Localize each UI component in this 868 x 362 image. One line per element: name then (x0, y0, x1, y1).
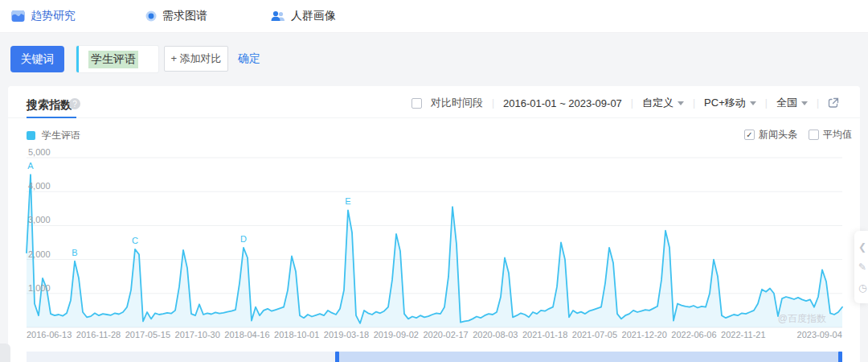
keyword-input[interactable]: 学生评语 (76, 46, 158, 72)
svg-text:2,000: 2,000 (28, 249, 51, 259)
keyword-band: 关键词 学生评语 + 添加对比 确定 (0, 33, 868, 86)
chevron-down-icon (801, 101, 808, 105)
x-axis-label: 2019-03-18 (324, 330, 369, 339)
divider: | (817, 97, 819, 109)
top-navigation: 趋势研究 需求图谱 人群画像 (0, 0, 868, 33)
svg-text:1,000: 1,000 (28, 283, 51, 293)
svg-text:C: C (132, 236, 138, 245)
active-tab-underline (27, 117, 76, 118)
confirm-link[interactable]: 确定 (238, 51, 260, 66)
x-axis-label: 2017-05-15 (125, 330, 170, 339)
trend-chart[interactable]: 1,0002,0003,0004,0005,000ABCDE @百度指数 (27, 146, 842, 328)
svg-text:E: E (345, 196, 350, 206)
x-axis-label: 2019-09-02 (374, 330, 419, 339)
divider: | (492, 97, 494, 109)
watermark: @百度指数 (778, 312, 826, 326)
header-divider (8, 117, 860, 118)
trend-chart-icon (11, 10, 25, 23)
trend-line-svg: 1,0002,0003,0004,0005,000ABCDE (27, 146, 842, 328)
radar-dot-icon (145, 10, 157, 22)
divider: | (631, 97, 633, 109)
help-icon[interactable]: ? (69, 98, 80, 109)
x-axis-label: 2016-06-13 (27, 330, 72, 339)
timeline-slider[interactable] (27, 352, 842, 362)
export-icon[interactable] (828, 97, 839, 109)
x-axis-label: 2023-09-04 (797, 330, 842, 339)
slider-selection[interactable] (336, 352, 842, 362)
history-clock-icon[interactable]: ◷ (858, 283, 866, 293)
panel-title: 搜索指数 (27, 98, 72, 113)
tab-trend-research[interactable]: 趋势研究 (11, 0, 76, 32)
x-axis-label: 2021-01-18 (522, 330, 567, 339)
compare-time-label: 对比时间段 (431, 96, 483, 110)
legend-label: 学生评语 (42, 129, 80, 142)
slider-handle-left[interactable] (335, 352, 339, 362)
x-axis-label: 2016-11-28 (76, 330, 121, 339)
divider: | (765, 97, 768, 109)
chart-toggles: 新闻头条 平均值 (744, 128, 852, 142)
browser-status-bubble (0, 343, 10, 362)
news-headlines-checkbox[interactable] (744, 130, 755, 140)
divider: | (693, 97, 695, 109)
svg-text:3,000: 3,000 (28, 215, 51, 224)
x-axis-label: 2021-12-20 (622, 330, 667, 339)
svg-text:B: B (72, 248, 77, 257)
x-axis-label: 2017-10-30 (175, 330, 220, 339)
average-toggle[interactable]: 平均值 (809, 128, 852, 142)
keyword-value: 学生评语 (88, 51, 138, 68)
chevron-down-icon (678, 101, 684, 105)
range-type-dropdown[interactable]: 自定义 (642, 96, 684, 110)
collapse-arrow-icon[interactable]: ❮ (858, 242, 866, 252)
tab-demand-graph[interactable]: 需求图谱 (145, 0, 207, 32)
platform-dropdown[interactable]: PC+移动 (704, 96, 756, 110)
tab-crowd-portrait[interactable]: 人群画像 (271, 0, 336, 32)
side-floating-toolbar[interactable]: ❮ ✎ ◷ (854, 231, 868, 303)
people-icon (271, 10, 285, 22)
keyword-button[interactable]: 关键词 (10, 46, 64, 72)
x-axis-label: 2022-06-06 (671, 330, 716, 339)
svg-text:5,000: 5,000 (28, 147, 51, 157)
chart-header-controls: 对比时间段 | 2016-01-01 ~ 2023-09-07 | 自定义 | … (411, 95, 839, 111)
x-axis-gap (770, 330, 792, 339)
feedback-pen-icon[interactable]: ✎ (858, 262, 866, 272)
input-accent-bar (76, 46, 79, 72)
nav-label: 需求图谱 (162, 9, 207, 23)
svg-text:4,000: 4,000 (28, 181, 51, 191)
region-dropdown[interactable]: 全国 (776, 96, 808, 110)
chart-legend: 学生评语 (27, 129, 80, 142)
nav-label: 人群画像 (291, 9, 336, 23)
svg-text:A: A (27, 161, 34, 171)
x-axis-label: 2018-04-16 (224, 330, 269, 339)
x-axis-label: 2021-07-05 (572, 330, 617, 339)
svg-text:D: D (240, 234, 247, 244)
average-checkbox[interactable] (809, 130, 819, 140)
add-compare-button[interactable]: + 添加对比 (164, 46, 228, 72)
x-axis-label: 2020-08-03 (473, 330, 518, 339)
date-range-value[interactable]: 2016-01-01 ~ 2023-09-07 (503, 97, 622, 109)
search-index-card: 搜索指数 ? 对比时间段 | 2016-01-01 ~ 2023-09-07 |… (8, 86, 860, 362)
x-axis-labels: 2016-06-132016-11-282017-05-152017-10-30… (27, 330, 842, 339)
news-headlines-toggle[interactable]: 新闻头条 (744, 128, 797, 142)
x-axis-label: 2020-02-17 (423, 330, 468, 339)
x-axis-label: 2022-11-21 (721, 330, 765, 339)
slider-handle-right[interactable] (838, 352, 842, 362)
x-axis-label: 2018-10-01 (274, 330, 319, 339)
nav-label: 趋势研究 (31, 9, 76, 23)
chevron-down-icon (750, 101, 756, 105)
legend-swatch (27, 131, 35, 140)
compare-time-checkbox[interactable] (411, 98, 422, 109)
